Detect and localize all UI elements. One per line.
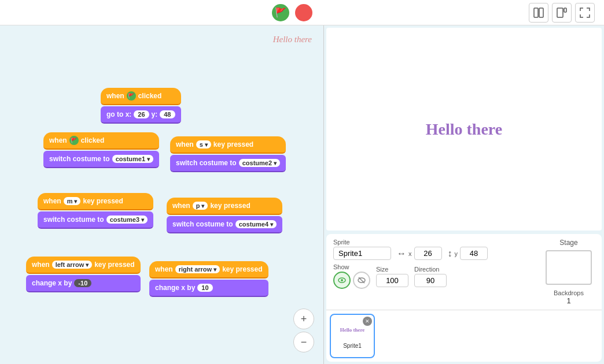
zoom-in-button[interactable]: + [293,309,314,329]
playback-controls: 🚩 [272,4,312,21]
event-block-key-m[interactable]: when m key pressed [38,193,153,210]
sprite-name-group: Sprite [333,239,391,260]
looks-block-costume1[interactable]: switch costume to costume1 [43,151,159,168]
x-neg-value[interactable]: -10 [74,279,91,287]
when-label6: when [32,261,50,269]
motion-block-change-x-pos[interactable]: change x by 10 [149,280,268,297]
direction-group: Direction [414,266,447,287]
sprite-name-input[interactable] [333,247,391,260]
keypressed-label4: key pressed [83,197,123,205]
block-group-1: when 🚩 clicked go to x: 26 y: 48 [101,88,181,124]
x-coord-label: x [408,250,412,257]
costume-label2: switch costume to [49,155,110,163]
green-flag-button[interactable]: 🚩 [272,4,289,21]
layout-buttons [529,3,595,23]
motion-block-change-x-neg[interactable]: change x by -10 [26,275,141,292]
costume1-dropdown[interactable]: costume1 [112,155,153,163]
costume-label5: switch costume to [172,220,233,228]
flag-icon-2: 🚩 [69,136,79,145]
event-block-flag2[interactable]: when 🚩 clicked [43,132,159,150]
sprite-controls: Sprite ↔ x ↕ y [333,239,533,305]
stop-button[interactable] [295,4,312,21]
when-label7: when [155,265,173,273]
y-coord-group: ↕ y [448,247,488,260]
stage-label: Stage [559,239,577,247]
when-label2: when [49,136,67,144]
keypressed-label6: key pressed [94,261,134,269]
motion-block-goto[interactable]: go to x: 26 y: 48 [101,106,181,124]
direction-input[interactable] [414,274,447,287]
event-block-key-left[interactable]: when left arrow key pressed [26,257,141,274]
right-panel: Hello there Sprite ↔ x ↕ [324,25,604,364]
sprite-row1: Sprite ↔ x ↕ y [333,239,533,260]
costume2-dropdown[interactable]: costume2 [239,159,280,167]
stage-thumb-area: Stage Backdrops 1 [543,239,595,305]
costume-label3: switch costume to [176,159,237,167]
block-group-5: when p key pressed switch costume to cos… [167,198,282,233]
hello-there-display: Hello there [426,120,502,139]
backdrops-count: 1 [566,296,570,305]
looks-block-costume4[interactable]: switch costume to costume4 [167,216,282,233]
size-label: Size [376,266,408,273]
looks-block-costume3[interactable]: switch costume to costume3 [38,211,153,229]
sprite-delete-button[interactable]: ✕ [363,317,372,326]
svg-rect-2 [557,8,563,17]
block-group-6: when left arrow key pressed change x by … [26,257,141,292]
key-m-dropdown[interactable]: m [64,197,81,205]
size-group: Size [376,266,408,287]
clicked-label2: clicked [81,136,105,144]
looks-block-costume2[interactable]: switch costume to costume2 [170,155,286,172]
fullscreen-button[interactable] [575,3,595,23]
x-coord-input[interactable] [414,247,442,260]
sprite-row2: Show Size [333,263,533,289]
zoom-out-button[interactable]: − [293,332,314,352]
event-block-key-right[interactable]: when right arrow key pressed [149,261,268,278]
show-hidden-button[interactable] [353,272,370,289]
sprite-label: Sprite [333,239,391,246]
show-buttons [333,272,370,289]
changex-label6: change x by [32,279,72,287]
svg-rect-3 [564,8,566,12]
block-group-2: when 🚩 clicked switch costume to costume… [43,132,159,168]
stage-watermark: Hello there [273,35,312,44]
layout-stage-button[interactable] [552,3,572,23]
sprite-card-sprite1[interactable]: ✕ Hello there Sprite1 [330,314,375,358]
show-group: Show [333,263,370,289]
changex-label7: change x by [155,284,195,292]
event-block-key-s[interactable]: when s key pressed [170,136,286,154]
keypressed-label3: key pressed [213,140,253,148]
block-group-4: when m key pressed switch costume to cos… [38,193,153,229]
when-label5: when [172,202,190,210]
block-group-3: when s key pressed switch costume to cos… [170,136,286,172]
sprite-info-panel: Sprite ↔ x ↕ y [326,234,602,310]
show-visible-button[interactable] [333,272,351,289]
costume3-dropdown[interactable]: costume3 [106,216,148,224]
clicked-label: clicked [138,92,162,100]
costume4-dropdown[interactable]: costume4 [235,220,277,228]
top-bar: 🚩 [0,0,604,25]
y-value[interactable]: 48 [160,110,175,118]
key-s-dropdown[interactable]: s [196,140,211,148]
block-group-7: when right arrow key pressed change x by… [149,261,268,297]
keypressed-label7: key pressed [222,265,262,273]
key-right-dropdown[interactable]: right arrow [175,265,220,273]
size-input[interactable] [376,274,408,287]
event-block-key-p[interactable]: when p key pressed [167,198,282,215]
backdrops-label: Backdrops [554,289,584,296]
zoom-controls: + − [293,309,314,352]
y-coord-input[interactable] [460,247,488,260]
key-p-dropdown[interactable]: p [193,202,208,210]
goto-label: go to x: [106,110,131,118]
event-block-flag1[interactable]: when 🚩 clicked [101,88,181,105]
costume-label4: switch costume to [43,216,104,224]
x-value[interactable]: 26 [134,110,149,118]
stage-thumbnail[interactable] [546,250,592,285]
svg-rect-1 [539,8,543,17]
layout-editor-button[interactable] [529,3,548,23]
key-left-dropdown[interactable]: left arrow [52,261,93,269]
svg-point-5 [341,279,343,281]
code-area: Hello there when 🚩 clicked go to x: 26 y… [0,25,324,364]
x-pos-value[interactable]: 10 [197,284,212,292]
flag-icon-1: 🚩 [127,91,136,101]
stage-canvas: Hello there [326,28,602,231]
